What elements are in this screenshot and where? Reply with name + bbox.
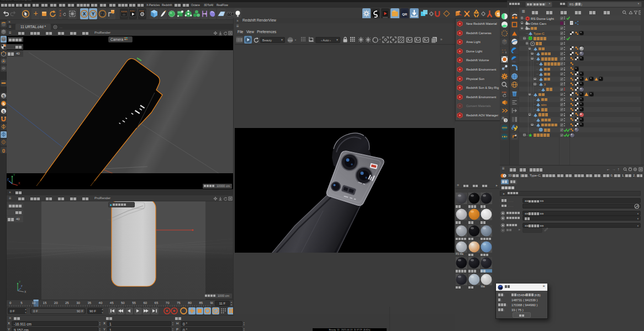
svg-text:Z: Z bbox=[7, 178, 9, 181]
svg-text:X: X bbox=[24, 290, 27, 293]
svg-text:50: 50 bbox=[121, 301, 125, 305]
svg-text:0: 0 bbox=[9, 301, 12, 305]
svg-text:X: X bbox=[18, 181, 20, 185]
svg-text:P: P bbox=[214, 309, 217, 313]
svg-text:70: 70 bbox=[166, 301, 170, 305]
svg-text:Y: Y bbox=[13, 173, 15, 177]
svg-text:5: 5 bbox=[20, 301, 23, 305]
svg-text:80: 80 bbox=[188, 301, 192, 305]
svg-text:Y: Y bbox=[92, 11, 95, 17]
svg-text:RGB: RGB bbox=[288, 39, 293, 42]
svg-text:45: 45 bbox=[110, 301, 114, 305]
svg-text:?: ? bbox=[504, 118, 506, 122]
svg-text:X: X bbox=[83, 11, 86, 17]
svg-text:85: 85 bbox=[199, 301, 203, 305]
svg-text:40: 40 bbox=[99, 301, 103, 305]
svg-text:55: 55 bbox=[132, 301, 136, 305]
svg-text:15: 15 bbox=[43, 301, 47, 305]
svg-text:z: z bbox=[21, 284, 23, 287]
svg-text:35: 35 bbox=[87, 301, 91, 305]
svg-text:Z: Z bbox=[101, 11, 103, 17]
svg-text:30: 30 bbox=[76, 301, 80, 305]
svg-text:20: 20 bbox=[54, 301, 58, 305]
svg-text:QR: QR bbox=[402, 13, 408, 16]
svg-text:Y: Y bbox=[19, 280, 21, 284]
svg-text:25: 25 bbox=[65, 301, 69, 305]
svg-text:75: 75 bbox=[177, 301, 181, 305]
svg-text:10: 10 bbox=[31, 301, 35, 305]
svg-text:90: 90 bbox=[210, 301, 213, 305]
svg-text:65: 65 bbox=[155, 301, 159, 305]
svg-text:PSR: PSR bbox=[502, 90, 506, 93]
svg-text:S: S bbox=[2, 110, 5, 114]
svg-text:S: S bbox=[2, 94, 5, 98]
svg-text:(): () bbox=[2, 148, 5, 153]
svg-text:S: S bbox=[2, 102, 5, 106]
svg-text:60: 60 bbox=[143, 301, 147, 305]
